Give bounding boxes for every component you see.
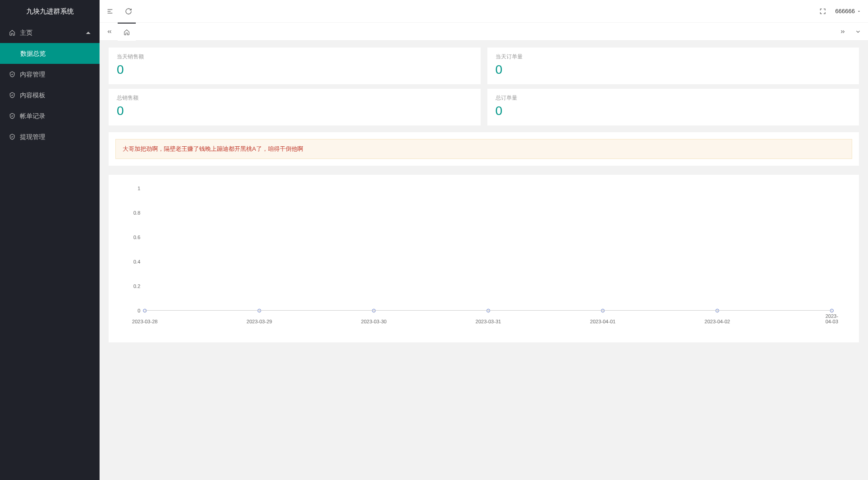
- content: 当天销售额 0 当天订单量 0 总销售额 0 总订单量 0: [100, 41, 868, 480]
- home-icon: [124, 29, 130, 35]
- home-icon: [9, 29, 15, 36]
- chart-y-tick: 0.6: [134, 235, 145, 240]
- stat-value: 0: [117, 62, 472, 77]
- stat-card-total-orders: 总订单量 0: [487, 89, 859, 125]
- nav-item-label: 帐单记录: [20, 106, 45, 126]
- chart-y-tick: 1: [138, 186, 145, 191]
- user-name: 666666: [835, 8, 855, 14]
- nav-item-label: 数据总览: [20, 43, 46, 64]
- sidebar: 九块九进群系统 主页 数据总览 内容管理: [0, 0, 100, 480]
- chart-y-tick: 0: [138, 308, 145, 313]
- stat-label: 当天销售额: [117, 53, 472, 61]
- tabs-next-button[interactable]: [837, 26, 848, 37]
- chart-y-tick: 0.2: [134, 283, 145, 289]
- user-dropdown[interactable]: 666666: [835, 8, 861, 14]
- chart-x-tick: 2023-03-31: [476, 319, 501, 324]
- stat-label: 总订单量: [496, 94, 851, 102]
- nav-item-label: 内容管理: [20, 64, 45, 85]
- tabs-prev-button[interactable]: [104, 26, 115, 37]
- chart-x-tick: 2023-04-01: [590, 319, 615, 324]
- collapse-sidebar-button[interactable]: [106, 8, 114, 15]
- nav: 主页 数据总览 内容管理 内容模板: [0, 22, 100, 147]
- nav-item-label: 内容模板: [20, 85, 45, 106]
- nav-item-content-manage[interactable]: 内容管理: [0, 64, 100, 85]
- stat-label: 当天订单量: [496, 53, 851, 61]
- tabbar: [100, 23, 868, 41]
- nav-group-home[interactable]: 主页: [0, 22, 100, 43]
- fullscreen-button[interactable]: [819, 8, 826, 15]
- chart-x-tick: 2023-04-03: [825, 313, 838, 324]
- stat-card-total-sales: 总销售额 0: [109, 89, 481, 125]
- main: 666666: [100, 0, 868, 480]
- shield-check-icon: [9, 71, 15, 77]
- nav-group-label: 主页: [20, 22, 33, 43]
- topbar: 666666: [100, 0, 868, 23]
- nav-item-content-template[interactable]: 内容模板: [0, 85, 100, 106]
- line-chart: 00.20.40.60.812023-03-282023-03-292023-0…: [145, 188, 832, 324]
- tabs-menu-button[interactable]: [853, 26, 863, 37]
- stat-card-today-sales: 当天销售额 0: [109, 48, 481, 84]
- nav-item-data-overview[interactable]: 数据总览: [0, 43, 100, 64]
- chart-x-tick: 2023-03-28: [132, 319, 157, 324]
- chart-x-tick: 2023-04-02: [705, 319, 730, 324]
- stat-card-today-orders: 当天订单量 0: [487, 48, 859, 84]
- chart-panel: 00.20.40.60.812023-03-282023-03-292023-0…: [109, 175, 859, 342]
- stat-value: 0: [496, 62, 851, 77]
- chart-x-tick: 2023-03-30: [361, 319, 386, 324]
- nav-item-withdrawal-manage[interactable]: 提现管理: [0, 126, 100, 147]
- notice-banner: 大哥加把劲啊，隔壁老王赚了钱晚上蹦迪都开黑桃A了，咱得干倒他啊: [115, 139, 852, 159]
- stat-value: 0: [117, 104, 472, 118]
- stat-label: 总销售额: [117, 94, 472, 102]
- chart-x-tick: 2023-03-29: [247, 319, 272, 324]
- chart-y-tick: 0.4: [134, 259, 145, 264]
- shield-check-icon: [9, 92, 15, 98]
- refresh-button[interactable]: [125, 8, 132, 15]
- nav-item-billing-records[interactable]: 帐单记录: [0, 106, 100, 126]
- nav-item-label: 提现管理: [20, 126, 45, 147]
- shield-check-icon: [9, 134, 15, 140]
- tab-home[interactable]: [118, 23, 136, 41]
- caret-up-icon: [86, 32, 91, 34]
- stat-value: 0: [496, 104, 851, 118]
- shield-check-icon: [9, 113, 15, 119]
- chart-y-tick: 0.8: [134, 210, 145, 216]
- caret-down-icon: [857, 9, 861, 14]
- app-title: 九块九进群系统: [0, 0, 100, 22]
- notice-panel: 大哥加把劲啊，隔壁老王赚了钱晚上蹦迪都开黑桃A了，咱得干倒他啊: [109, 132, 859, 166]
